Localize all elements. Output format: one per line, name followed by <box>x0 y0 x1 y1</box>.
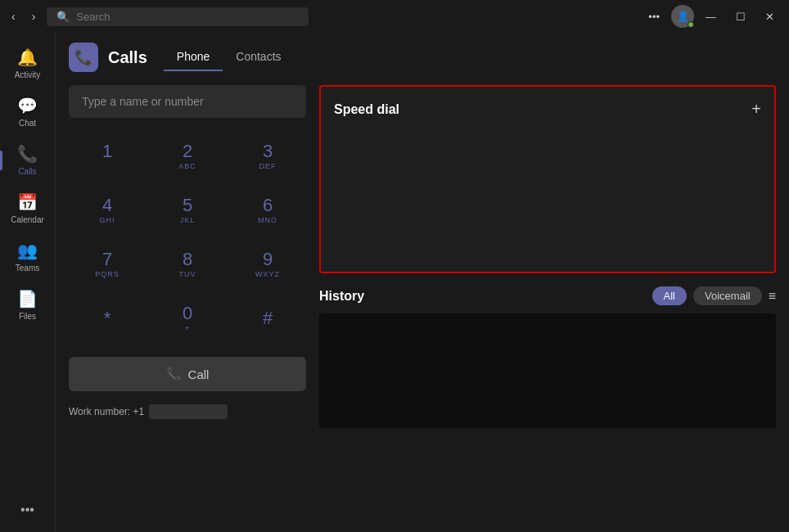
history-filters: All Voicemail ≡ <box>652 286 776 305</box>
speed-dial-title: Speed dial <box>334 102 399 117</box>
calendar-icon: 📅 <box>17 192 38 212</box>
sidebar-label-calendar: Calendar <box>11 215 44 224</box>
dial-pad: 1 2 ABC 3 DEF 4 GHI <box>69 131 306 344</box>
minimize-button[interactable]: — <box>697 7 724 26</box>
dial-key-8[interactable]: 8 TUV <box>149 239 226 290</box>
files-icon: 📄 <box>17 289 38 309</box>
filter-voicemail-button[interactable]: Voicemail <box>693 286 762 305</box>
dial-key-3[interactable]: 3 DEF <box>229 131 306 182</box>
speed-dial-header: Speed dial + <box>334 100 761 119</box>
history-section: History All Voicemail ≡ <box>319 286 776 428</box>
activity-icon: 🔔 <box>17 47 38 67</box>
search-bar[interactable]: 🔍 <box>47 7 309 26</box>
calls-body: 1 2 ABC 3 DEF 4 GHI <box>56 72 789 532</box>
add-speed-dial-button[interactable]: + <box>751 100 761 119</box>
dial-key-7[interactable]: 7 PQRS <box>69 239 146 290</box>
more-options-button[interactable]: ••• <box>640 7 668 26</box>
status-dot <box>688 21 694 28</box>
sidebar-label-calls: Calls <box>18 167 36 176</box>
dial-input[interactable] <box>69 85 306 118</box>
dial-key-6[interactable]: 6 MNO <box>229 185 306 236</box>
calls-app-icon: 📞 <box>69 43 98 72</box>
filter-all-button[interactable]: All <box>652 286 687 305</box>
sidebar-item-activity[interactable]: 🔔 Activity <box>3 39 52 88</box>
call-button[interactable]: 📞 Call <box>69 357 306 391</box>
sidebar-label-teams: Teams <box>16 264 39 273</box>
dial-key-9[interactable]: 9 WXYZ <box>229 239 306 290</box>
maximize-button[interactable]: ☐ <box>728 7 754 26</box>
dial-key-5[interactable]: 5 JKL <box>149 185 226 236</box>
title-bar: ‹ › 🔍 ••• 👤 — ☐ ✕ <box>0 0 789 33</box>
work-number-value: XXXXXXXXXX <box>149 404 228 419</box>
calls-page-title: Calls <box>108 48 147 67</box>
app-layout: 🔔 Activity 💬 Chat 📞 Calls 📅 Calendar 👥 T… <box>0 33 789 532</box>
right-panel: Speed dial + History All Voicemail ≡ <box>319 85 776 519</box>
call-label: Call <box>188 367 210 381</box>
sidebar-item-chat[interactable]: 💬 Chat <box>3 88 52 136</box>
close-button[interactable]: ✕ <box>757 7 782 26</box>
dial-key-4[interactable]: 4 GHI <box>69 185 146 236</box>
tab-contacts[interactable]: Contacts <box>223 43 294 71</box>
title-bar-right: ••• 👤 — ☐ ✕ <box>640 5 782 28</box>
sidebar-label-files: Files <box>19 312 36 321</box>
work-number-label: Work number: +1 <box>69 406 144 417</box>
calls-header: 📞 Calls Phone Contacts <box>56 33 789 72</box>
dial-key-hash[interactable]: # <box>229 293 306 344</box>
teams-icon: 👥 <box>17 241 38 260</box>
search-icon: 🔍 <box>56 11 70 23</box>
avatar-icon: 👤 <box>677 11 689 22</box>
search-input[interactable] <box>76 11 299 23</box>
nav-forward-button[interactable]: › <box>27 7 41 26</box>
history-content <box>319 313 776 428</box>
sidebar-more-button[interactable]: ••• <box>12 494 43 525</box>
title-bar-left: ‹ › 🔍 <box>7 7 309 26</box>
filter-sort-button[interactable]: ≡ <box>769 289 776 304</box>
main-content: 📞 Calls Phone Contacts 1 2 <box>56 33 789 532</box>
dial-key-0[interactable]: 0 + <box>149 293 226 344</box>
dial-key-2[interactable]: 2 ABC <box>149 131 226 182</box>
history-title: History <box>319 289 364 304</box>
speed-dial-box: Speed dial + <box>319 85 776 273</box>
avatar[interactable]: 👤 <box>671 5 694 28</box>
sidebar-label-activity: Activity <box>15 70 41 79</box>
sidebar-item-calls[interactable]: 📞 Calls <box>3 136 52 184</box>
history-header: History All Voicemail ≡ <box>319 286 776 305</box>
calls-icon: 📞 <box>17 144 38 164</box>
phone-icon: 📞 <box>166 367 182 381</box>
chat-icon: 💬 <box>17 96 38 115</box>
sidebar: 🔔 Activity 💬 Chat 📞 Calls 📅 Calendar 👥 T… <box>0 33 56 532</box>
sidebar-item-files[interactable]: 📄 Files <box>3 281 52 329</box>
calls-tabs: Phone Contacts <box>164 43 295 71</box>
dial-section: 1 2 ABC 3 DEF 4 GHI <box>69 85 306 519</box>
sidebar-item-calendar[interactable]: 📅 Calendar <box>3 184 52 232</box>
dial-key-star[interactable]: * <box>69 293 146 344</box>
dial-key-1[interactable]: 1 <box>69 131 146 182</box>
nav-back-button[interactable]: ‹ <box>7 7 20 26</box>
sidebar-label-chat: Chat <box>19 119 36 128</box>
work-number: Work number: +1 XXXXXXXXXX <box>69 404 306 419</box>
tab-phone[interactable]: Phone <box>164 43 223 71</box>
sidebar-item-teams[interactable]: 👥 Teams <box>3 232 52 281</box>
